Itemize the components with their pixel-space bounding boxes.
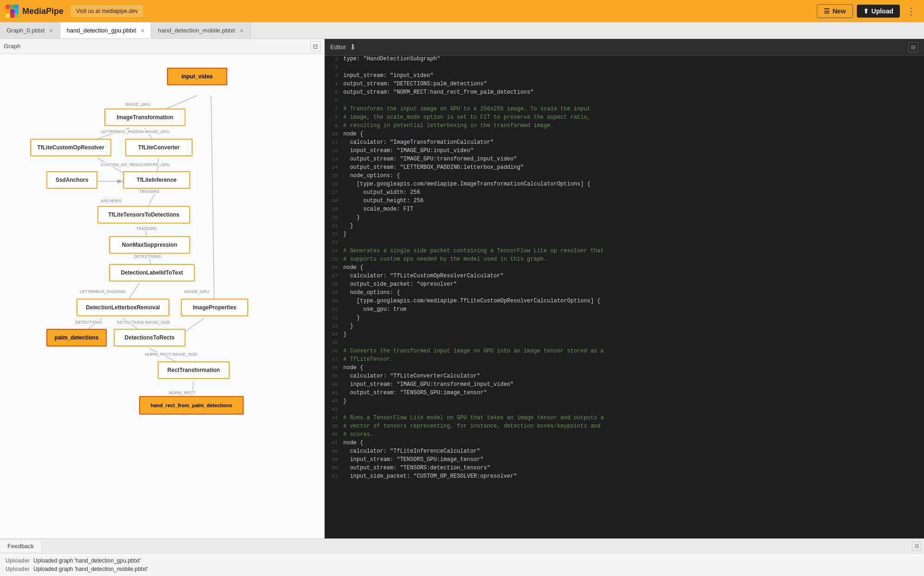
line-number: 2 — [325, 64, 343, 70]
visit-link-button[interactable]: Visit us at mediapipe.dev — [71, 6, 143, 17]
line-number: 7 — [325, 106, 343, 112]
line-number: 35 — [325, 339, 343, 346]
editor-content[interactable]: 1type: "HandDetectionSubgraph"23input_st… — [325, 56, 924, 538]
svg-rect-8 — [14, 13, 19, 18]
code-line: 51 input_side_packet: "CUSTOM_OP_RESOLVE… — [325, 473, 924, 481]
tab-graph0[interactable]: Graph_0.pbtxt × — [0, 22, 60, 38]
code-line: 17 output_width: 256 — [325, 189, 924, 198]
code-line: 35 — [325, 339, 924, 348]
line-number: 18 — [325, 198, 343, 204]
editor-panel-label: Editor — [330, 44, 346, 51]
edge-label-detections-2: DETECTIONS — [74, 320, 103, 325]
line-code: node { — [343, 264, 924, 271]
feedback-sender: Uploader — [6, 566, 30, 572]
code-line: 13 output_stream: "IMAGE_GPU:transformed… — [325, 156, 924, 164]
node-detections-to-rects[interactable]: DetectionsToRects — [114, 329, 186, 346]
node-detection-label-id-to-text[interactable]: DetectionLabelIdToText — [109, 264, 195, 282]
graph-connections-svg — [0, 54, 324, 538]
line-number: 22 — [325, 231, 343, 237]
line-number: 28 — [325, 281, 343, 287]
code-line: 44# Runs a TensorFlow Lite model on GPU … — [325, 415, 924, 423]
node-image-properties[interactable]: ImageProperties — [181, 299, 248, 316]
new-button[interactable]: ☰ New — [817, 4, 853, 18]
code-line: 24# Generates a single side packet conta… — [325, 248, 924, 256]
node-detection-letterbox-removal[interactable]: DetectionLetterboxRemoval — [77, 299, 169, 316]
line-number: 16 — [325, 181, 343, 187]
node-non-max-suppression[interactable]: NonMaxSuppression — [109, 236, 190, 254]
line-number: 10 — [325, 131, 343, 137]
line-number: 20 — [325, 214, 343, 220]
line-number: 12 — [325, 147, 343, 154]
line-number: 11 — [325, 139, 343, 145]
node-tflite-inference[interactable]: TfLiteInference — [123, 171, 190, 189]
line-code: # scores. — [343, 431, 924, 438]
line-code: input_side_packet: "CUSTOM_OP_RESOLVER:o… — [343, 473, 924, 480]
upload-button[interactable]: ⬆ Upload — [857, 5, 900, 18]
node-tflite-custom-op-resolver[interactable]: TfLiteCustomOpResolver — [30, 139, 111, 156]
feedback-tab[interactable]: Feedback — [0, 541, 42, 551]
line-code: use_gpu: true — [343, 306, 924, 313]
svg-line-20 — [211, 96, 214, 308]
line-code: output_stream: "TENSORS_GPU:image_tensor… — [343, 390, 924, 396]
tab-close-graph0[interactable]: × — [49, 27, 53, 34]
line-number: 19 — [325, 206, 343, 212]
code-line: 48 calculator: "TfLiteInferenceCalculato… — [325, 448, 924, 456]
line-code: output_height: 256 — [343, 198, 924, 204]
editor-collapse-button[interactable]: ⊟ — [908, 42, 918, 52]
line-code: # Converts the transformed input image o… — [343, 348, 924, 354]
graph-canvas[interactable]: IMAGE_GPU LETTERBOX_PADDING IMAGE_GPU TE… — [0, 54, 324, 538]
node-hand-rect-from-palm-detections[interactable]: hand_rect_from_palm_detections — [139, 396, 244, 415]
node-input-video[interactable]: input_video — [167, 68, 227, 85]
editor-download-button[interactable]: ⬇ — [350, 43, 356, 51]
tab-hand-detection-gpu[interactable]: hand_detection_gpu.pbtxt × — [60, 22, 152, 38]
line-number: 32 — [325, 314, 343, 320]
line-code: output_side_packet: "opresolver" — [343, 281, 924, 288]
more-options-button[interactable]: ⋮ — [904, 4, 918, 19]
edge-label-image-gpu-2: IMAGE_GPU — [144, 129, 171, 134]
edge-label-tensors-1: TENSORS — [138, 189, 160, 194]
code-line: 40 input_stream: "IMAGE_GPU:transformed_… — [325, 381, 924, 390]
line-code: input_stream: "TENSORS_GPU:image_tensor" — [343, 456, 924, 463]
line-number: 5 — [325, 89, 343, 95]
tab-hand-detection-mobile[interactable]: hand_detection_mobile.pbtxt × — [151, 22, 250, 38]
code-line: 27 calculator: "TfLiteCustomOpResolverCa… — [325, 273, 924, 281]
code-line: 5output_stream: "NORM_RECT:hand_rect_fro… — [325, 89, 924, 97]
tab-close-hand-gpu[interactable]: × — [141, 27, 144, 34]
line-number: 17 — [325, 189, 343, 195]
line-number: 1 — [325, 56, 343, 62]
node-tflite-converter[interactable]: TfLiteConverter — [125, 139, 192, 156]
tab-close-hand-mobile[interactable]: × — [240, 27, 244, 34]
node-palm-detections[interactable]: palm_detections — [46, 329, 107, 346]
code-line: 46# scores. — [325, 431, 924, 440]
graph-collapse-button[interactable]: ⊟ — [310, 41, 321, 51]
mediapipe-logo-icon — [6, 5, 19, 18]
line-code: # Transforms the input image on GPU to a… — [343, 106, 924, 112]
line-number: 47 — [325, 440, 343, 446]
code-line: 28 output_side_packet: "opresolver" — [325, 281, 924, 289]
line-number: 3 — [325, 72, 343, 78]
feedback-collapse-button[interactable]: ⊟ — [912, 542, 921, 551]
node-tflite-tensors-to-detections[interactable]: TfLiteTensorsToDetections — [97, 206, 190, 224]
node-ssd-anchors[interactable]: SsdAnchors — [46, 171, 97, 189]
svg-rect-1 — [10, 5, 14, 9]
graph-toolbar: Graph ⊟ — [0, 39, 324, 54]
code-line: 19 scale_mode: FIT — [325, 206, 924, 214]
line-code: } — [343, 214, 924, 221]
line-code: # vector of tensors representing, for in… — [343, 423, 924, 429]
code-line: 47node { — [325, 440, 924, 448]
line-code: } — [343, 223, 924, 229]
tab-label: Graph_0.pbtxt — [6, 27, 45, 34]
line-code: } — [343, 231, 924, 237]
code-line: 3input_stream: "input_video" — [325, 72, 924, 81]
code-line: 7# Transforms the input image on GPU to … — [325, 106, 924, 114]
line-code: node { — [343, 365, 924, 371]
line-code: type: "HandDetectionSubgraph" — [343, 56, 924, 62]
line-number: 30 — [325, 298, 343, 304]
line-code: output_stream: "LETTERBOX_PADDING:letter… — [343, 164, 924, 171]
node-image-transformation[interactable]: ImageTransformation — [104, 109, 186, 126]
code-line: 29 node_options: { — [325, 289, 924, 298]
node-rect-transformation[interactable]: RectTransformation — [158, 361, 230, 379]
code-line: 12 input_stream: "IMAGE_GPU:input_video" — [325, 147, 924, 156]
feedback-message: UploaderUploaded graph 'hand_detection_g… — [6, 557, 918, 565]
tab-label: hand_detection_gpu.pbtxt — [67, 27, 136, 34]
